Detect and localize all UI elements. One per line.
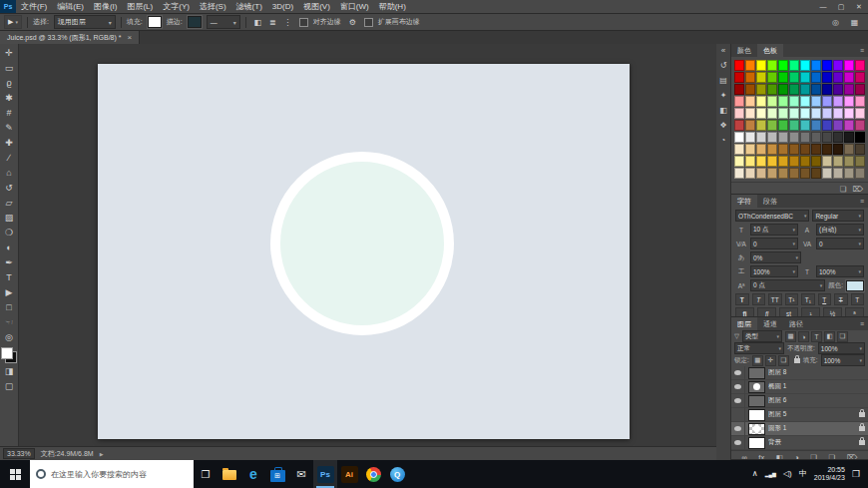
menu-item[interactable]: 3D(D) — [267, 0, 298, 13]
stroke-style-dropdown[interactable]: — — [207, 15, 240, 29]
new-layer-icon[interactable]: ❏ — [829, 453, 836, 460]
panel-menu-icon[interactable]: ≡ — [860, 44, 868, 57]
layer-row[interactable]: 图层 5 — [731, 408, 868, 422]
color-swatch[interactable] — [811, 96, 821, 107]
color-swatch[interactable] — [822, 132, 832, 143]
color-swatch[interactable] — [855, 108, 865, 119]
color-swatch[interactable] — [745, 60, 755, 71]
document-canvas[interactable] — [98, 64, 630, 439]
type-style-button[interactable]: T¹ — [785, 293, 799, 305]
color-swatch[interactable] — [767, 120, 777, 131]
tray-chevron-icon[interactable]: ∧ — [752, 470, 758, 478]
color-swatch[interactable] — [844, 144, 854, 155]
font-style-dropdown[interactable]: Regular — [812, 210, 864, 222]
layer-row[interactable]: 背景 — [731, 436, 868, 450]
color-swatch[interactable] — [756, 108, 766, 119]
visibility-toggle[interactable] — [731, 380, 745, 393]
screen-mode-icon[interactable]: ▢ — [0, 378, 18, 393]
color-swatch[interactable] — [800, 120, 810, 131]
collapse-panels-icon[interactable]: « — [721, 47, 725, 55]
baseline-shift-field[interactable]: 0 点 — [750, 279, 825, 291]
marquee-tool[interactable]: ▭ — [0, 60, 18, 75]
color-swatch[interactable] — [822, 84, 832, 95]
zoom-level-field[interactable]: 33.33% — [3, 448, 35, 459]
taskbar-search[interactable]: 在这里输入你要搜索的内容 — [30, 460, 194, 488]
color-swatch[interactable] — [778, 96, 788, 107]
brush-tool[interactable]: ∕ — [0, 150, 18, 165]
delete-layer-icon[interactable]: ⌦ — [847, 453, 858, 460]
edge[interactable]: e — [241, 460, 265, 488]
status-arrow-icon[interactable]: ▶ — [100, 451, 104, 457]
color-swatch[interactable] — [855, 168, 865, 179]
layer-mask-icon[interactable]: ◧ — [776, 453, 783, 460]
font-family-dropdown[interactable]: OThCondensedBC — [735, 210, 809, 222]
menu-item[interactable]: 选择(S) — [195, 0, 231, 13]
color-swatch[interactable] — [734, 84, 744, 95]
opentype-button[interactable]: st — [779, 307, 798, 317]
color-swatch[interactable] — [789, 84, 799, 95]
close-button[interactable]: ✕ — [850, 0, 868, 13]
text-color-swatch[interactable] — [846, 280, 864, 291]
color-swatch[interactable] — [855, 96, 865, 107]
workspace-icon[interactable]: ▦ — [848, 16, 861, 29]
color-swatch[interactable] — [811, 120, 821, 131]
visibility-toggle[interactable] — [731, 394, 745, 407]
link-layers-icon[interactable]: ∞ — [742, 453, 747, 460]
type-style-button[interactable]: T — [818, 293, 832, 305]
menu-item[interactable]: 窗口(W) — [335, 0, 374, 13]
gradient-tool[interactable]: ▨ — [0, 210, 18, 225]
fill-swatch[interactable] — [148, 16, 162, 28]
adjustments-panel-icon[interactable]: ✦ — [720, 92, 727, 100]
color-swatch[interactable] — [778, 108, 788, 119]
color-swatch[interactable] — [789, 72, 799, 83]
color-swatch[interactable] — [833, 168, 843, 179]
tool-preset-picker[interactable]: ▶ ▾ — [4, 15, 22, 29]
visibility-toggle[interactable] — [731, 436, 745, 449]
volume-icon[interactable]: ◁) — [783, 470, 792, 478]
filter-adjustment-icon[interactable]: ◑ — [798, 331, 809, 342]
type-style-button[interactable]: T — [834, 293, 848, 305]
hand-tool[interactable]: ☜ — [0, 314, 18, 329]
eraser-tool[interactable]: ▱ — [0, 195, 18, 210]
menu-item[interactable]: 滤镜(T) — [231, 0, 267, 13]
color-swatch[interactable] — [734, 168, 744, 179]
color-swatch[interactable] — [745, 84, 755, 95]
color-swatch[interactable] — [745, 108, 755, 119]
type-style-button[interactable]: T — [752, 293, 766, 305]
circle-shape[interactable] — [270, 152, 454, 335]
color-swatch[interactable] — [833, 108, 843, 119]
color-swatch[interactable] — [800, 132, 810, 143]
network-icon[interactable]: ▂▄▆ — [765, 472, 776, 477]
color-swatch[interactable] — [756, 168, 766, 179]
color-swatch[interactable] — [756, 84, 766, 95]
foreground-color-swatch[interactable] — [1, 347, 13, 359]
type-tool[interactable]: T — [0, 269, 18, 284]
color-swatch[interactable] — [789, 108, 799, 119]
qq[interactable]: Q — [385, 460, 409, 488]
healing-brush-tool[interactable]: ✚ — [0, 135, 18, 150]
input-method-indicator[interactable]: 中 — [799, 470, 807, 478]
color-swatch[interactable] — [833, 132, 843, 143]
filter-smartobject-icon[interactable]: ❏ — [837, 331, 848, 342]
proportional-spacing-field[interactable]: 0% — [750, 251, 801, 263]
eyedropper-tool[interactable]: ✎ — [0, 120, 18, 135]
maximize-button[interactable]: ▢ — [832, 0, 850, 13]
zoom-tool[interactable]: ◎ — [0, 329, 18, 344]
color-swatch[interactable] — [756, 144, 766, 155]
info-panel-icon[interactable]: ◔ — [721, 137, 726, 145]
color-swatch[interactable] — [844, 156, 854, 167]
tab-character[interactable]: 字符 — [731, 195, 757, 208]
color-swatch[interactable] — [778, 156, 788, 167]
color-swatch[interactable] — [800, 168, 810, 179]
color-swatch[interactable] — [789, 96, 799, 107]
color-swatch[interactable] — [855, 120, 865, 131]
select-mode-dropdown[interactable]: 现用图层 — [54, 15, 116, 29]
color-swatch[interactable] — [745, 132, 755, 143]
color-swatch[interactable] — [767, 168, 777, 179]
path-arrange-icon[interactable]: ⋮ — [281, 16, 294, 29]
type-style-button[interactable]: T₁ — [801, 293, 815, 305]
leading-field[interactable]: (自动) — [816, 224, 864, 236]
color-swatch[interactable] — [855, 60, 865, 71]
layer-row[interactable]: 椭圆 1 — [731, 380, 868, 394]
color-swatch[interactable] — [734, 120, 744, 131]
